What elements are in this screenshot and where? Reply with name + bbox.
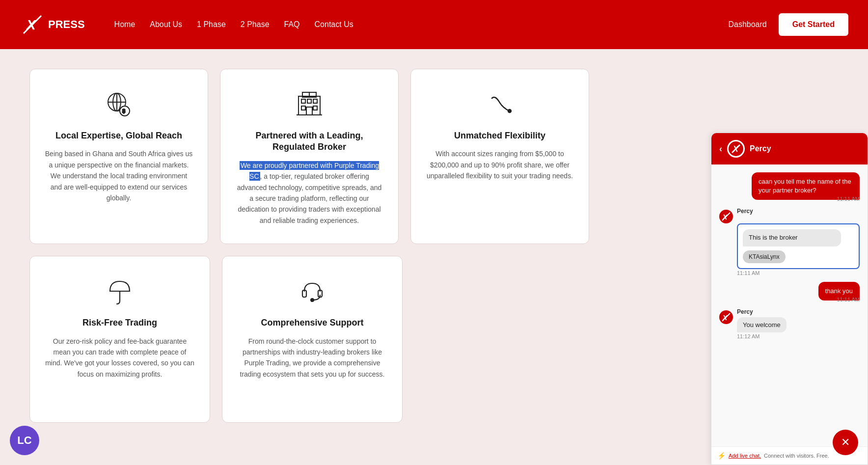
percy-msg-content-2: Percy You welcome — [737, 308, 787, 332]
chat-back-button[interactable]: ‹ — [719, 144, 722, 154]
nav: Home About Us 1 Phase 2 Phase FAQ Contac… — [114, 20, 709, 29]
svg-text:$: $ — [122, 108, 125, 114]
svg-rect-11 — [313, 99, 317, 103]
top-cards: $ Local Expertise, Global Reach Being ba… — [29, 69, 589, 244]
nav-right: Dashboard Get Started — [728, 13, 848, 36]
bottom-left-avatar[interactable]: LC — [10, 426, 39, 455]
percy-avatar-sm-2: X — [719, 310, 733, 324]
header: X PRESS Home About Us 1 Phase 2 Phase FA… — [0, 0, 868, 49]
svg-text:X: X — [732, 145, 739, 153]
svg-rect-10 — [307, 99, 311, 103]
card-risk-free-title: Risk-Free Trading — [82, 317, 157, 328]
live-chat-icon: ⚡ — [717, 452, 726, 460]
percy-msg-content: Percy — [737, 208, 753, 217]
card-partner-broker: Partnered with a Leading, Regulated Brok… — [220, 69, 399, 244]
agent-avatar-inner: X — [729, 141, 743, 156]
logo-icon: X — [20, 12, 45, 37]
card-flexibility-title: Unmatched Flexibility — [454, 130, 545, 141]
msg-chip: KTAsiaLynx — [743, 250, 786, 263]
agent-name: Percy — [750, 144, 771, 153]
nav-2phase[interactable]: 2 Phase — [241, 20, 270, 29]
umbrella-icon — [103, 274, 137, 308]
card-risk-free-text: Our zero-risk policy and fee-back guaran… — [45, 336, 195, 380]
card-partner-broker-title: Partnered with a Leading, Regulated Brok… — [235, 130, 383, 153]
chat-avatar: X — [727, 140, 745, 158]
bottom-left-avatar-letters: LC — [17, 434, 31, 447]
msg-bubble-received-2: This is the broker — [743, 229, 841, 246]
msg-sent-2: thank you 11:11 AM — [719, 282, 860, 302]
bottom-cards: Risk-Free Trading Our zero-risk policy a… — [29, 256, 403, 423]
msg-time-sent-1: 11:11 AM — [837, 196, 860, 202]
msg-time-received-2: 11:11 AM — [737, 270, 860, 276]
msg-received-4: X Percy You welcome 11:12 AM — [719, 308, 860, 339]
chat-panel: ‹ X Percy caan you tell me the name of t… — [711, 133, 868, 465]
svg-rect-9 — [301, 99, 305, 103]
logo-text: PRESS — [48, 18, 85, 31]
msg-time-sent-2: 11:11 AM — [837, 297, 860, 302]
svg-point-22 — [311, 299, 314, 301]
dashboard-link[interactable]: Dashboard — [728, 20, 766, 29]
chat-header: ‹ X Percy — [711, 133, 868, 164]
msg-sent-1: caan you tell me the name of the your pa… — [719, 172, 860, 202]
svg-text:X: X — [722, 213, 728, 221]
add-live-chat-link[interactable]: Add live chat. — [729, 453, 761, 459]
card-flexibility: Unmatched Flexibility With account sizes… — [410, 69, 589, 244]
nav-1phase[interactable]: 1 Phase — [197, 20, 226, 29]
card-support: Comprehensive Support From round-the-clo… — [222, 256, 403, 423]
msg-received-boxed: X Percy This is the broker KTAsiaLynx 11… — [719, 208, 860, 275]
building-icon — [292, 87, 326, 121]
percy-msg-row-2: X Percy You welcome — [719, 308, 860, 332]
curve-icon — [483, 87, 517, 121]
msg-bubble-received-4: You welcome — [737, 317, 787, 332]
logo[interactable]: X PRESS — [20, 12, 85, 37]
card-local-expertise: $ Local Expertise, Global Reach Being ba… — [29, 69, 208, 244]
card-support-title: Comprehensive Support — [261, 317, 363, 328]
nav-about[interactable]: About Us — [150, 20, 182, 29]
svg-text:X: X — [26, 17, 37, 32]
globe-money-icon: $ — [102, 87, 136, 121]
svg-text:X: X — [722, 314, 728, 322]
card-partner-broker-text: We are proudly partnered with Purple Tra… — [235, 160, 383, 226]
percy-name-label-2: Percy — [737, 308, 787, 315]
msg-time-received-4: 11:12 AM — [737, 333, 860, 339]
chat-footer-suffix: Connect with visitors. Free. — [764, 453, 829, 459]
get-started-button[interactable]: Get Started — [779, 13, 848, 36]
nav-contact[interactable]: Contact Us — [315, 20, 353, 29]
percy-msg-row: X Percy — [719, 208, 860, 223]
card-local-expertise-text: Being based in Ghana and South Africa gi… — [45, 148, 193, 203]
headset-icon — [295, 274, 329, 308]
card-local-expertise-title: Local Expertise, Global Reach — [55, 130, 182, 141]
percy-name-label: Percy — [737, 208, 753, 215]
svg-rect-12 — [301, 106, 305, 110]
percy-avatar-sm: X — [719, 210, 733, 223]
svg-rect-13 — [313, 106, 317, 110]
close-chat-button[interactable]: ✕ — [833, 430, 858, 455]
svg-rect-14 — [306, 107, 312, 115]
nav-home[interactable]: Home — [114, 20, 136, 29]
nav-faq[interactable]: FAQ — [284, 20, 300, 29]
card-flexibility-text: With account sizes ranging from $5,000 t… — [426, 148, 574, 181]
svg-point-18 — [508, 109, 511, 112]
chat-messages[interactable]: caan you tell me the name of the your pa… — [711, 164, 868, 446]
card-support-text: From round-the-clock customer support to… — [237, 336, 387, 380]
card-risk-free: Risk-Free Trading Our zero-risk policy a… — [29, 256, 210, 423]
msg-bubble-container: This is the broker KTAsiaLynx — [737, 223, 860, 269]
